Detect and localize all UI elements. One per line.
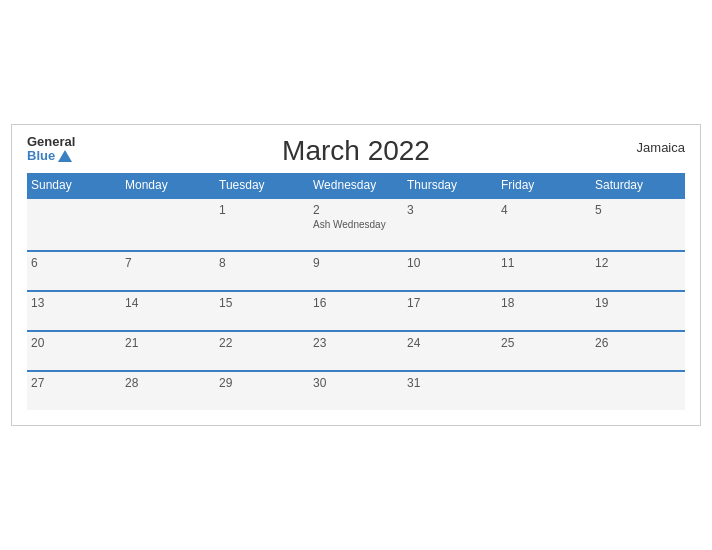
calendar-cell: 25 [497, 331, 591, 371]
calendar-cell: 18 [497, 291, 591, 331]
day-number: 29 [219, 376, 305, 390]
day-number: 1 [219, 203, 305, 217]
calendar-cell: 21 [121, 331, 215, 371]
event-label: Ash Wednesday [313, 219, 399, 230]
calendar-cell: 12 [591, 251, 685, 291]
calendar-cell: 26 [591, 331, 685, 371]
calendar-cell: 19 [591, 291, 685, 331]
calendar-cell: 11 [497, 251, 591, 291]
day-number: 24 [407, 336, 493, 350]
day-number: 31 [407, 376, 493, 390]
weekday-header-wednesday: Wednesday [309, 173, 403, 198]
weekday-header-tuesday: Tuesday [215, 173, 309, 198]
calendar-cell: 2Ash Wednesday [309, 198, 403, 251]
day-number: 5 [595, 203, 681, 217]
calendar-cell: 27 [27, 371, 121, 410]
day-number: 30 [313, 376, 399, 390]
calendar-cell: 22 [215, 331, 309, 371]
calendar-cell: 17 [403, 291, 497, 331]
calendar-cell [497, 371, 591, 410]
day-number: 19 [595, 296, 681, 310]
calendar-cell: 31 [403, 371, 497, 410]
calendar-cell: 3 [403, 198, 497, 251]
weekday-header-monday: Monday [121, 173, 215, 198]
day-number: 7 [125, 256, 211, 270]
day-number: 27 [31, 376, 117, 390]
calendar-cell: 8 [215, 251, 309, 291]
day-number: 16 [313, 296, 399, 310]
calendar-cell: 10 [403, 251, 497, 291]
country-label: Jamaica [637, 140, 685, 155]
calendar-week-row: 12Ash Wednesday345 [27, 198, 685, 251]
day-number: 15 [219, 296, 305, 310]
calendar-cell [27, 198, 121, 251]
calendar-container: General Blue March 2022 Jamaica SundayMo… [11, 124, 701, 426]
day-number: 3 [407, 203, 493, 217]
day-number: 22 [219, 336, 305, 350]
day-number: 23 [313, 336, 399, 350]
day-number: 8 [219, 256, 305, 270]
calendar-cell [121, 198, 215, 251]
day-number: 12 [595, 256, 681, 270]
day-number: 25 [501, 336, 587, 350]
day-number: 6 [31, 256, 117, 270]
calendar-cell: 23 [309, 331, 403, 371]
weekday-header-row: SundayMondayTuesdayWednesdayThursdayFrid… [27, 173, 685, 198]
day-number: 20 [31, 336, 117, 350]
calendar-week-row: 6789101112 [27, 251, 685, 291]
day-number: 9 [313, 256, 399, 270]
calendar-week-row: 2728293031 [27, 371, 685, 410]
day-number: 2 [313, 203, 399, 217]
calendar-week-row: 13141516171819 [27, 291, 685, 331]
day-number: 13 [31, 296, 117, 310]
logo-triangle-icon [58, 150, 72, 162]
weekday-header-sunday: Sunday [27, 173, 121, 198]
day-number: 14 [125, 296, 211, 310]
calendar-cell: 7 [121, 251, 215, 291]
calendar-cell: 9 [309, 251, 403, 291]
day-number: 11 [501, 256, 587, 270]
day-number: 21 [125, 336, 211, 350]
calendar-cell: 15 [215, 291, 309, 331]
weekday-header-friday: Friday [497, 173, 591, 198]
calendar-cell: 20 [27, 331, 121, 371]
calendar-cell: 30 [309, 371, 403, 410]
calendar-cell: 29 [215, 371, 309, 410]
calendar-cell: 14 [121, 291, 215, 331]
day-number: 18 [501, 296, 587, 310]
logo-general-text: General [27, 135, 75, 149]
weekday-header-thursday: Thursday [403, 173, 497, 198]
calendar-cell: 28 [121, 371, 215, 410]
calendar-title: March 2022 [282, 135, 430, 167]
calendar-cell: 5 [591, 198, 685, 251]
day-number: 28 [125, 376, 211, 390]
calendar-cell: 13 [27, 291, 121, 331]
calendar-cell: 16 [309, 291, 403, 331]
calendar-header: General Blue March 2022 Jamaica [27, 135, 685, 167]
calendar-cell [591, 371, 685, 410]
calendar-cell: 24 [403, 331, 497, 371]
calendar-cell: 6 [27, 251, 121, 291]
day-number: 26 [595, 336, 681, 350]
day-number: 10 [407, 256, 493, 270]
calendar-table: SundayMondayTuesdayWednesdayThursdayFrid… [27, 173, 685, 410]
day-number: 4 [501, 203, 587, 217]
calendar-cell: 1 [215, 198, 309, 251]
weekday-header-saturday: Saturday [591, 173, 685, 198]
calendar-cell: 4 [497, 198, 591, 251]
logo-blue-text: Blue [27, 149, 72, 163]
day-number: 17 [407, 296, 493, 310]
logo: General Blue [27, 135, 75, 164]
calendar-week-row: 20212223242526 [27, 331, 685, 371]
